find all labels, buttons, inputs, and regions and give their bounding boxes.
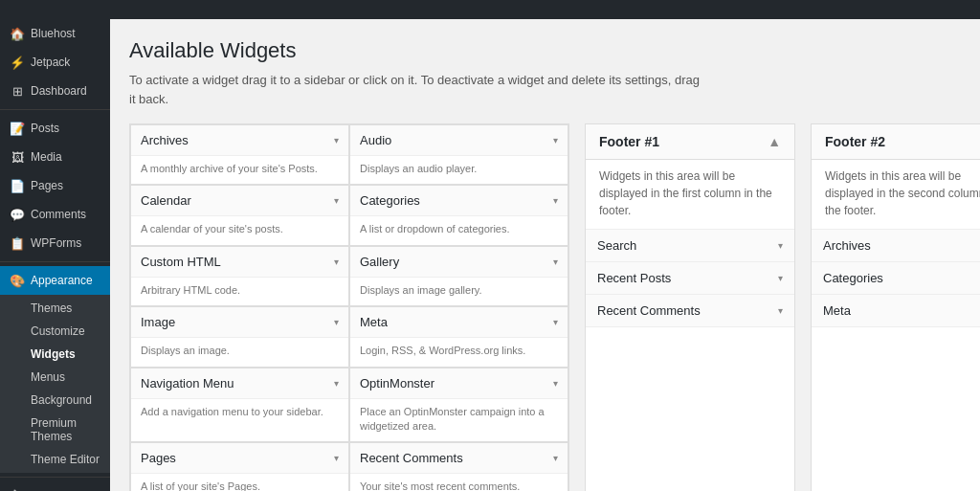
- sidebar-item-dashboard[interactable]: ⊞ Dashboard: [0, 77, 110, 105]
- widget-name: Calendar: [141, 193, 191, 208]
- appearance-icon: 🎨: [10, 273, 25, 288]
- widget-dropdown-arrow[interactable]: ▾: [334, 378, 339, 389]
- sidebar-submenu-appearance: Themes Customize Widgets Menus Backgroun…: [0, 295, 110, 473]
- sidebar-item-customize[interactable]: Customize: [21, 320, 110, 343]
- widget-dropdown-arrow[interactable]: ▾: [553, 378, 558, 389]
- widget-dropdown-arrow[interactable]: ▾: [553, 135, 558, 145]
- widget-description: A monthly archive of your site's Posts.: [131, 156, 348, 184]
- widget-header: Calendar ▾: [131, 186, 348, 216]
- widget-item-audio[interactable]: Audio ▾ Displays an audio player.: [349, 124, 568, 185]
- widget-item-archives[interactable]: Archives ▾ A monthly archive of your sit…: [130, 124, 349, 185]
- widget-header: Categories ▾: [350, 186, 568, 216]
- sidebar-item-background[interactable]: Background: [21, 389, 110, 412]
- widget-item-calendar[interactable]: Calendar ▾ A calendar of your site's pos…: [130, 185, 349, 245]
- widget-dropdown-arrow[interactable]: ▾: [334, 453, 339, 463]
- widget-item-meta[interactable]: Meta ▾ Login, RSS, & WordPress.org links…: [349, 306, 568, 367]
- widget-item-gallery[interactable]: Gallery ▾ Displays an image gallery.: [349, 246, 568, 306]
- main-content: Available Widgets To activate a widget d…: [110, 19, 980, 491]
- footer-1-widget-search[interactable]: Search ▾: [586, 230, 794, 262]
- pages-icon: 📄: [10, 178, 25, 193]
- widget-dropdown-arrow[interactable]: ▾: [553, 453, 558, 463]
- media-icon: 🖼: [10, 149, 25, 165]
- widget-description: Displays an audio player.: [350, 156, 568, 184]
- widget-item-image[interactable]: Image ▾ Displays an image.: [130, 306, 349, 367]
- widgets-layout: Archives ▾ A monthly archive of your sit…: [129, 123, 961, 491]
- sidebar-item-wpforms[interactable]: 📋 WPForms: [0, 229, 110, 257]
- footer-1-description: Widgets in this area will be displayed i…: [586, 160, 794, 230]
- footer-1-widget-recent-posts[interactable]: Recent Posts ▾: [586, 262, 794, 295]
- footer-2-header: Footer #2 ▲: [812, 124, 980, 160]
- footer-widget-label: Recent Posts: [597, 271, 671, 285]
- widget-dropdown-arrow[interactable]: ▾: [553, 317, 558, 327]
- sidebar-item-theme-editor[interactable]: Theme Editor: [21, 448, 110, 471]
- bluehost-icon: 🏠: [10, 26, 25, 41]
- widget-name: Pages: [141, 451, 176, 465]
- footer-1-column: Footer #1 ▲ Widgets in this area will be…: [585, 123, 795, 491]
- widget-header: Audio ▾: [350, 125, 568, 156]
- widget-name: Navigation Menu: [141, 376, 234, 391]
- widget-item-recent-comments[interactable]: Recent Comments ▾ Your site's most recen…: [349, 442, 568, 491]
- widget-name: Meta: [360, 315, 388, 329]
- widget-name: OptinMonster: [360, 376, 434, 391]
- footer-1-widget-recent-comments[interactable]: Recent Comments ▾: [586, 295, 794, 327]
- footer-2-widgets: Archives ▾ Categories ▾ Meta ▾: [812, 230, 980, 327]
- footer-2-widget-archives[interactable]: Archives ▾: [812, 230, 980, 262]
- widget-dropdown-arrow[interactable]: ▾: [334, 195, 339, 206]
- sidebar-item-pages[interactable]: 📄 Pages: [0, 171, 110, 200]
- wpforms-icon: 📋: [10, 235, 25, 251]
- footer-1-expand-icon[interactable]: ▲: [768, 134, 781, 149]
- widget-item-custom-html[interactable]: Custom HTML ▾ Arbitrary HTML code.: [130, 246, 349, 306]
- posts-icon: 📝: [10, 121, 25, 136]
- widget-header: Navigation Menu ▾: [131, 368, 348, 399]
- footer-widget-label: Archives: [823, 238, 871, 253]
- sidebar-divider: [0, 109, 110, 110]
- sidebar: 🏠 Bluehost ⚡ Jetpack ⊞ Dashboard 📝 Posts…: [0, 0, 110, 491]
- widget-dropdown-arrow[interactable]: ▾: [553, 195, 558, 206]
- widget-dropdown-arrow[interactable]: ▾: [334, 135, 339, 145]
- footer-widget-label: Search: [597, 238, 636, 253]
- widget-description: Your site's most recent comments.: [350, 474, 568, 491]
- footer-widget-arrow[interactable]: ▾: [778, 305, 783, 316]
- widget-description: A list of your site's Pages.: [131, 474, 348, 491]
- widget-name: Recent Comments: [360, 451, 463, 465]
- sidebar-item-media[interactable]: 🖼 Media: [0, 143, 110, 171]
- widget-header: OptinMonster ▾: [350, 368, 568, 399]
- widget-dropdown-arrow[interactable]: ▾: [334, 317, 339, 327]
- widget-item-optinmonster[interactable]: OptinMonster ▾ Place an OptinMonster cam…: [349, 368, 568, 443]
- comments-icon: 💬: [10, 207, 25, 222]
- widget-dropdown-arrow[interactable]: ▾: [553, 257, 558, 267]
- footer-2-widget-meta[interactable]: Meta ▾: [812, 295, 980, 327]
- jetpack-icon: ⚡: [10, 55, 25, 70]
- widget-header: Archives ▾: [131, 125, 348, 156]
- sidebar-item-menus[interactable]: Menus: [21, 366, 110, 389]
- sidebar-item-bluehost[interactable]: 🏠 Bluehost: [0, 19, 110, 48]
- widget-description: A list or dropdown of categories.: [350, 216, 568, 244]
- sidebar-item-plugins[interactable]: 🔌 Plugins: [0, 481, 110, 491]
- widget-name: Archives: [141, 133, 189, 147]
- widget-description: Displays an image gallery.: [350, 278, 568, 305]
- widget-description: Displays an image.: [131, 338, 348, 366]
- widget-description: Login, RSS, & WordPress.org links.: [350, 338, 568, 366]
- sidebar-item-posts[interactable]: 📝 Posts: [0, 114, 110, 143]
- widget-item-categories[interactable]: Categories ▾ A list or dropdown of categ…: [349, 185, 568, 245]
- footer-widget-arrow[interactable]: ▾: [778, 240, 783, 251]
- widget-item-navigation-menu[interactable]: Navigation Menu ▾ Add a navigation menu …: [130, 368, 349, 443]
- widget-header: Gallery ▾: [350, 247, 568, 278]
- sidebar-item-themes[interactable]: Themes: [21, 297, 110, 320]
- page-description: To activate a widget drag it to a sideba…: [129, 71, 703, 108]
- sidebar-item-jetpack[interactable]: ⚡ Jetpack: [0, 48, 110, 77]
- footer-widget-arrow[interactable]: ▾: [778, 273, 783, 283]
- footer-2-title: Footer #2: [825, 134, 885, 149]
- sidebar-item-premium-themes[interactable]: Premium Themes: [21, 412, 110, 448]
- sidebar-item-widgets[interactable]: Widgets: [21, 343, 110, 366]
- sidebar-item-comments[interactable]: 💬 Comments: [0, 200, 110, 229]
- page-title: Available Widgets: [129, 38, 961, 63]
- widget-dropdown-arrow[interactable]: ▾: [334, 257, 339, 267]
- footer-2-widget-categories[interactable]: Categories ▾: [812, 262, 980, 295]
- widget-item-pages[interactable]: Pages ▾ A list of your site's Pages.: [130, 442, 349, 491]
- widget-header: Meta ▾: [350, 307, 568, 338]
- widget-header: Custom HTML ▾: [131, 247, 348, 278]
- footer-2-description: Widgets in this area will be displayed i…: [812, 160, 980, 230]
- sidebar-item-appearance[interactable]: 🎨 Appearance: [0, 266, 110, 295]
- footer-2-column: Footer #2 ▲ Widgets in this area will be…: [811, 123, 980, 491]
